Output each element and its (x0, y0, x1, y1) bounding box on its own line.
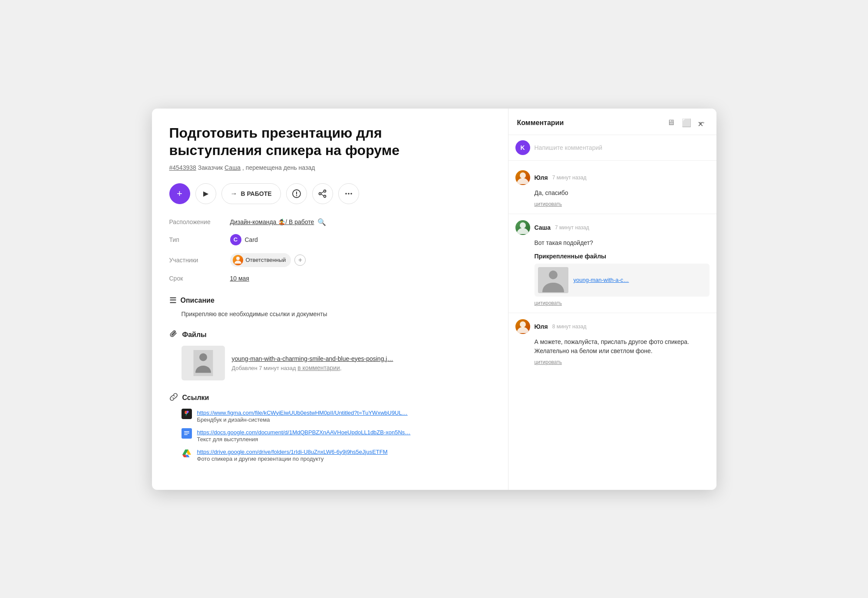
toolbar: + ▶ → В РАБОТЕ (169, 183, 492, 204)
links-icon (169, 393, 178, 403)
gdoc-logo-icon (182, 428, 192, 439)
file-thumbnail (182, 346, 225, 380)
alert-icon (292, 189, 301, 198)
gdrive-desc: Фото спикера и другие презентации по про… (197, 456, 388, 462)
svg-rect-15 (184, 431, 189, 432)
comment-time-2: 7 минут назад (555, 225, 589, 231)
svg-point-2 (296, 195, 297, 196)
deadline-value: 10 мая (230, 275, 492, 282)
comment-avatar-julia-1 (515, 170, 530, 185)
comment-input[interactable] (535, 144, 710, 151)
figma-link[interactable]: https://www.figma.com/file/kCWyiEiwUUb0e… (197, 410, 408, 416)
task-meta: #4543938 Заказчик Саша , перемещена день… (169, 164, 492, 171)
assignee-badge[interactable]: Ответственный (230, 253, 291, 267)
status-label: В РАБОТЕ (241, 190, 272, 197)
monitor-icon-button[interactable]: 🖥 (665, 117, 677, 128)
svg-point-13 (199, 353, 207, 361)
assignees-label: Участники (169, 257, 230, 264)
comment-time-1: 7 минут назад (552, 175, 587, 181)
assignee-name: Ответственный (246, 257, 286, 263)
file-item: young-man-with-a-charming-smile-and-blue… (169, 346, 492, 380)
attachment-label: Прикрепленные файлы (535, 252, 710, 261)
gdrive-icon (182, 448, 192, 458)
svg-point-8 (345, 193, 347, 195)
svg-point-29 (520, 321, 526, 327)
window-icon-button[interactable]: ⬜ (680, 117, 693, 129)
svg-rect-16 (184, 433, 189, 433)
modal: × Подготовить презентацию для выступлени… (152, 109, 716, 490)
location-search-icon[interactable]: 🔍 (317, 218, 326, 226)
more-icon (344, 189, 353, 198)
gdrive-link[interactable]: https://drive.google.com/drive/folders/1… (197, 449, 388, 455)
task-id-link[interactable]: #4543938 (169, 164, 196, 171)
description-text: Прикрепляю все необходимые ссылки и доку… (169, 311, 492, 317)
comment-body-2: Вот такая подойдет? Прикрепленные файлы … (515, 238, 710, 297)
figma-icon (182, 409, 192, 419)
attachment-link[interactable]: young-man-with-a-c… (574, 276, 629, 284)
julia-avatar-icon-3 (515, 319, 530, 334)
svg-point-10 (350, 193, 352, 195)
comment-attachment: young-man-with-a-c… (535, 264, 710, 297)
share-button[interactable] (312, 183, 333, 204)
status-button[interactable]: → В РАБОТЕ (221, 183, 281, 204)
svg-point-27 (549, 271, 558, 279)
link-item-figma: https://www.figma.com/file/kCWyiEiwUUb0e… (169, 409, 492, 423)
type-badge[interactable]: C (230, 234, 241, 245)
svg-point-3 (323, 190, 326, 192)
svg-rect-17 (184, 434, 188, 435)
comment-item-3: Юля 8 минут назад А можете, пожалуйста, … (508, 313, 716, 372)
links-header: Ссылки (169, 393, 492, 403)
alert-button[interactable] (286, 183, 307, 204)
comment-item-2: Саша 7 минут назад Вот такая подойдет? П… (508, 214, 716, 313)
moved-text: перемещена день назад (246, 164, 315, 171)
share-icon (318, 189, 327, 198)
more-button[interactable] (338, 183, 359, 204)
add-button[interactable]: + (169, 183, 190, 204)
file-comment-link[interactable]: в комментарии (297, 364, 340, 371)
gdoc-link[interactable]: https://docs.google.com/document/d/1MdQB… (197, 429, 411, 436)
svg-point-5 (323, 195, 326, 197)
assignee-person-icon (233, 255, 243, 265)
figma-desc: Брендбук и дизайн-система (197, 416, 408, 423)
comments-sidebar: Комментарии 🖥 ⬜ ↔ K (508, 109, 716, 490)
add-assignee-button[interactable]: + (294, 254, 306, 266)
type-value: C Card (230, 234, 492, 245)
svg-point-25 (520, 222, 526, 228)
gdoc-icon (182, 428, 192, 439)
cite-link-1[interactable]: цитировать (515, 201, 562, 207)
comment-user-julia-1: Юля (535, 174, 548, 181)
description-icon: ☰ (169, 296, 176, 305)
location-value: Дизайн-команда 🤹/ В работе 🔍 (230, 218, 492, 226)
location-link[interactable]: Дизайн-команда 🤹/ В работе (230, 218, 314, 225)
sidebar-header: Комментарии 🖥 ⬜ ↔ (508, 109, 716, 135)
location-label: Расположение (169, 218, 230, 225)
comment-user-julia-3: Юля (535, 323, 548, 330)
comment-avatar-julia-3 (515, 319, 530, 334)
svg-line-7 (321, 194, 324, 196)
link-text-figma: https://www.figma.com/file/kCWyiEiwUUb0e… (197, 409, 408, 423)
comment-time-3: 8 минут назад (552, 324, 587, 330)
sidebar-title: Комментарии (517, 119, 564, 127)
assignee-avatar (233, 255, 243, 265)
cite-link-3[interactable]: цитировать (515, 359, 562, 365)
attachment-thumb-icon (538, 267, 568, 293)
comment-body-3: А можете, пожалуйста, прислать другое фо… (515, 337, 710, 356)
description-header: ☰ Описание (169, 296, 492, 305)
links-section: Ссылки https://www.figma.com/file/kCWyiE… (169, 393, 492, 462)
current-user-avatar: K (515, 140, 530, 155)
task-title: Подготовить презентацию для выступления … (169, 124, 465, 159)
cite-link-2[interactable]: цитировать (515, 300, 562, 306)
sasha-avatar-icon (515, 220, 530, 235)
files-header: Файлы (169, 330, 492, 340)
customer-label-text: Заказчик (198, 164, 223, 171)
moved-label: , (242, 164, 246, 171)
link-text-gdrive: https://drive.google.com/drive/folders/1… (197, 448, 388, 462)
deadline-link[interactable]: 10 мая (230, 275, 249, 282)
comments-list: Юля 7 минут назад Да, спасибо цитировать (508, 161, 716, 490)
file-link[interactable]: young-man-with-a-charming-smile-and-blue… (232, 355, 393, 362)
link-text-gdoc: https://docs.google.com/document/d/1MdQB… (197, 428, 411, 443)
play-button[interactable]: ▶ (195, 183, 216, 204)
customer-link[interactable]: Саша (224, 164, 241, 171)
link-icon (169, 393, 178, 401)
comment-header-2: Саша 7 минут назад (515, 220, 710, 235)
